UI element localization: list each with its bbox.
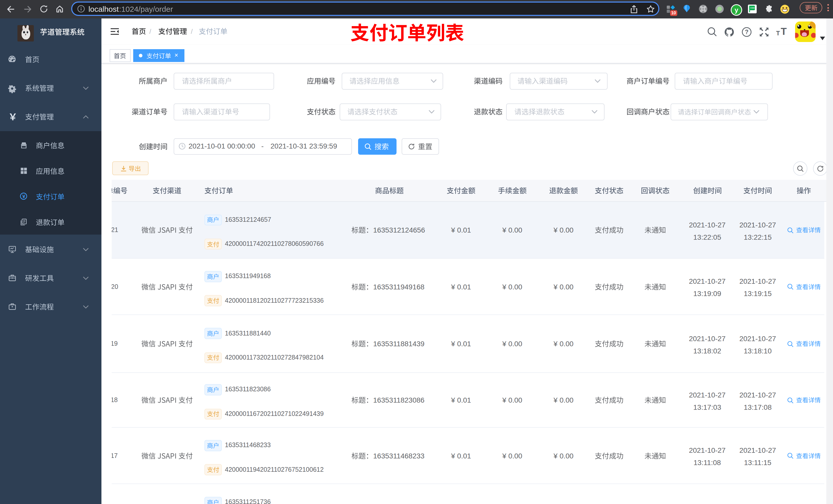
svg-text:?: ? [745,28,748,35]
svg-text:y: y [735,6,738,14]
